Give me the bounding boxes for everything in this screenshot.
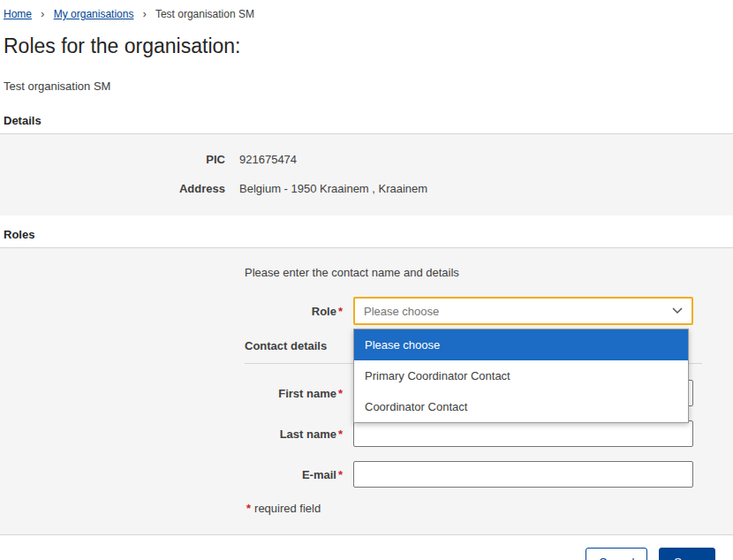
role-option-coordinator-contact[interactable]: Coordinator Contact [354,391,688,422]
role-dropdown: Please choose Primary Coordinator Contac… [353,329,689,423]
email-label: E-mail* [0,468,353,481]
required-asterisk: * [338,468,343,481]
roles-heading: Roles [0,216,733,248]
form-row-email: E-mail* [0,461,733,488]
address-value: Belgium - 1950 Kraainem , Kraainem [239,182,427,195]
required-asterisk: * [338,387,343,400]
detail-row-address: Address Belgium - 1950 Kraainem , Kraain… [0,174,733,203]
breadcrumb-separator: › [41,8,44,20]
email-input[interactable] [353,461,693,488]
required-note-text: required field [254,502,321,515]
cancel-button[interactable]: Cancel [586,548,647,560]
role-option-please-choose[interactable]: Please choose [354,329,688,360]
details-heading: Details [0,102,733,134]
save-button[interactable]: Save [659,548,715,560]
required-field-note: *required field [245,502,733,515]
email-label-text: E-mail [302,468,336,481]
role-select-value: Please choose [364,305,439,318]
pic-value: 921675474 [239,153,297,166]
page: Home › My organisations › Test organisat… [0,0,733,560]
breadcrumb: Home › My organisations › Test organisat… [0,0,733,26]
breadcrumb-home[interactable]: Home [4,8,32,20]
role-select-wrap: Please choose Please choose Primary Coor… [353,297,693,325]
detail-row-pic: PIC 921675474 [0,145,733,174]
last-name-label: Last name* [0,428,353,441]
breadcrumb-separator: › [143,8,147,20]
breadcrumb-my-organisations[interactable]: My organisations [54,8,134,20]
last-name-input[interactable] [353,420,693,447]
footer-actions: Cancel Save [0,534,733,560]
page-title: Roles for the organisation: [4,34,729,58]
form-intro: Please enter the contact name and detail… [245,266,733,279]
page-subtitle: Test organisation SM [4,79,729,93]
first-name-label: First name* [0,387,353,400]
required-asterisk: * [246,502,251,515]
details-panel: PIC 921675474 Address Belgium - 1950 Kra… [0,134,733,216]
required-asterisk: * [338,305,343,318]
breadcrumb-current: Test organisation SM [155,8,254,20]
role-label-text: Role [312,305,336,318]
role-option-primary-coordinator-contact[interactable]: Primary Coordinator Contact [354,360,688,391]
address-label: Address [0,182,225,195]
role-select[interactable]: Please choose [353,297,693,325]
required-asterisk: * [338,428,343,441]
last-name-label-text: Last name [280,428,336,441]
first-name-label-text: First name [278,387,336,400]
form-row-last-name: Last name* [0,420,733,447]
role-label: Role* [0,305,353,318]
form-row-role: Role* Please choose Please choose Primar… [0,297,733,325]
chevron-down-icon [672,307,683,314]
pic-label: PIC [0,153,225,166]
roles-panel: Please enter the contact name and detail… [0,248,733,534]
